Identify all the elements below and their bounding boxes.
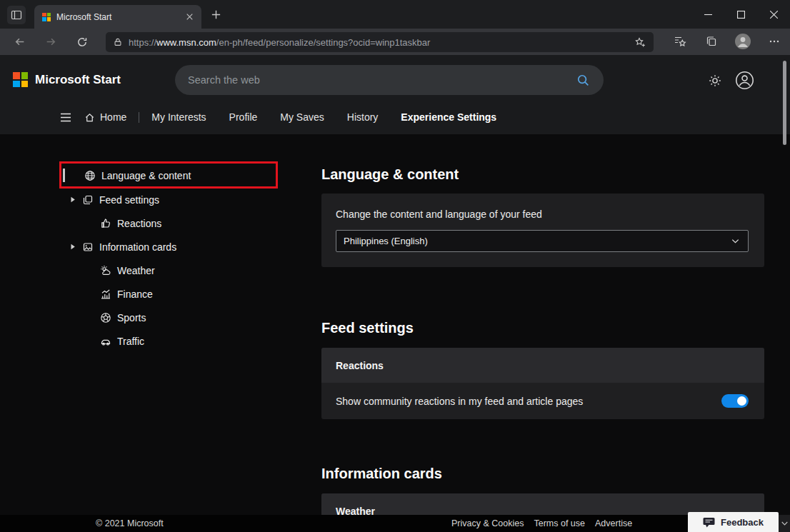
nav-profile[interactable]: Profile	[229, 111, 258, 123]
search-button[interactable]	[574, 71, 592, 89]
section-title-language: Language & content	[321, 166, 459, 183]
person-icon	[735, 71, 754, 90]
sidebar-item-reactions[interactable]: Reactions	[60, 211, 281, 235]
forward-button[interactable]	[40, 31, 61, 53]
feedback-icon	[703, 517, 715, 528]
new-tab-button[interactable]	[209, 8, 223, 21]
nav-history[interactable]: History	[347, 111, 379, 123]
search-input[interactable]	[188, 74, 574, 86]
nav-experience-settings[interactable]: Experience Settings	[401, 111, 496, 123]
url-path: /en-ph/feed/personalize/settings?ocid=wi…	[216, 37, 431, 48]
footer-link-terms-label: Terms of use	[534, 518, 585, 528]
maximize-button[interactable]	[724, 0, 757, 29]
url-text: https://www.msn.com/en-ph/feed/personali…	[129, 37, 626, 48]
chevron-right-icon[interactable]	[70, 244, 76, 250]
nav-my-saves[interactable]: My Saves	[280, 111, 324, 123]
sidebar-item-information-cards[interactable]: Information cards	[60, 235, 281, 259]
chevron-down-icon	[781, 521, 788, 526]
language-select[interactable]: Philippines (English)	[336, 230, 749, 252]
browser-titlebar: Microsoft Start	[0, 0, 790, 29]
header-icons	[708, 71, 754, 90]
collections-icon	[705, 35, 718, 48]
tab-close-icon[interactable]	[184, 11, 196, 23]
microsoft-logo-icon	[42, 13, 51, 21]
close-button[interactable]	[757, 0, 790, 29]
nav-divider	[139, 112, 139, 123]
sidebar-item-label: Feed settings	[99, 194, 159, 206]
sidebar-item-finance[interactable]: Finance	[60, 282, 281, 306]
brand-name: Microsoft Start	[35, 73, 121, 87]
back-button[interactable]	[9, 31, 30, 53]
sidebar-item-traffic[interactable]: Traffic	[60, 329, 281, 353]
footer-link-terms[interactable]: Terms of use	[534, 518, 585, 528]
lock-icon[interactable]	[113, 37, 123, 47]
browser-profile-button[interactable]	[733, 31, 753, 51]
tab-actions-button[interactable]	[7, 6, 26, 24]
brand[interactable]: Microsoft Start	[13, 72, 121, 87]
menu-button[interactable]	[60, 113, 71, 122]
home-icon	[84, 112, 95, 123]
nav-profile-label: Profile	[229, 111, 258, 123]
profile-button[interactable]	[735, 71, 754, 90]
close-icon	[770, 11, 778, 19]
reactions-toggle-label: Show community reactions in my feed and …	[336, 396, 721, 407]
nav-my-saves-label: My Saves	[280, 111, 324, 123]
nav-home[interactable]: Home	[84, 111, 126, 123]
feed-card-header: Reactions	[321, 348, 764, 383]
sidebar-item-weather[interactable]: Weather	[60, 259, 281, 282]
favorites-button[interactable]	[670, 31, 690, 51]
favorites-icon	[674, 35, 686, 48]
footer-link-privacy[interactable]: Privacy & Cookies	[451, 518, 524, 528]
sidebar-item-label: Weather	[117, 265, 155, 276]
forward-arrow-icon	[45, 36, 57, 48]
minimize-button[interactable]	[691, 0, 724, 29]
refresh-icon	[76, 36, 88, 48]
reactions-icon	[100, 218, 111, 229]
footer-link-advertise-label: Advertise	[595, 518, 632, 528]
language-card: Change the content and language of your …	[321, 194, 764, 267]
reactions-toggle[interactable]	[721, 394, 749, 408]
copyright-text: © 2021 Microsoft	[96, 518, 164, 528]
scrollbar	[779, 55, 790, 532]
sidebar-item-feed-settings[interactable]: Feed settings	[60, 188, 281, 211]
search-icon	[576, 74, 590, 87]
msn-header: Microsoft Start	[0, 55, 790, 134]
window-controls	[691, 0, 790, 29]
toolbar-right	[670, 31, 784, 51]
add-to-favorites-button[interactable]	[632, 34, 648, 50]
browser-tab[interactable]: Microsoft Start	[34, 5, 201, 29]
sidebar-item-sports[interactable]: Sports	[60, 306, 281, 329]
sidebar-item-label: Information cards	[99, 241, 176, 253]
sidebar-item-label: Finance	[117, 288, 153, 300]
sidebar-item-label: Reactions	[117, 218, 161, 229]
back-arrow-icon	[14, 36, 26, 48]
plus-icon	[211, 10, 221, 19]
tab-actions-icon	[11, 9, 22, 21]
toggle-knob	[737, 396, 746, 406]
address-bar[interactable]: https://www.msn.com/en-ph/feed/personali…	[106, 32, 654, 52]
refresh-button[interactable]	[71, 31, 93, 53]
nav-history-label: History	[347, 111, 379, 123]
footer-link-advertise[interactable]: Advertise	[595, 518, 632, 528]
scrollbar-down-button[interactable]	[779, 515, 790, 532]
weather-icon	[100, 265, 111, 276]
footer-link-privacy-label: Privacy & Cookies	[451, 518, 524, 528]
reactions-setting-row: Show community reactions in my feed and …	[321, 383, 764, 419]
collections-button[interactable]	[701, 31, 721, 51]
url-scheme: https://	[129, 37, 156, 48]
browser-menu-button[interactable]	[764, 31, 784, 51]
scrollbar-thumb[interactable]	[783, 61, 786, 145]
feedback-button[interactable]: Feedback	[688, 512, 779, 532]
section-title-feed: Feed settings	[321, 319, 414, 336]
nav-home-label: Home	[100, 111, 126, 123]
settings-button[interactable]	[708, 74, 722, 88]
page-content: Microsoft Start	[0, 55, 790, 532]
information-cards-icon	[82, 241, 94, 253]
traffic-icon	[100, 336, 111, 347]
sidebar-item-label: Sports	[117, 312, 146, 323]
footer-links: Privacy & Cookies Terms of use Advertise	[451, 518, 632, 528]
sidebar-item-language-content[interactable]: Language & content	[60, 164, 281, 187]
nav-experience-settings-label: Experience Settings	[401, 111, 496, 123]
chevron-right-icon[interactable]	[70, 196, 76, 203]
nav-my-interests[interactable]: My Interests	[151, 111, 206, 123]
